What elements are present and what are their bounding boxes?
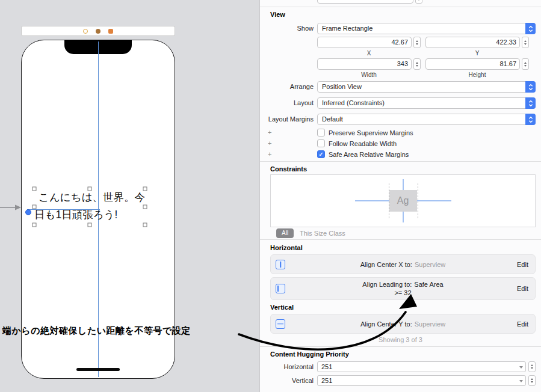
constraint-row[interactable]: Align Center Y to:Superview Edit [270,314,536,334]
show-popup-value: Frame Rectangle [322,25,373,32]
checkbox-label: Preserve Superview Margins [329,129,413,137]
width-stepper[interactable] [413,58,421,70]
vertical-section-title: Vertical [270,304,294,311]
x-field[interactable]: 42.67 [317,37,412,48]
arrange-popup-value: Position View [322,83,362,90]
checkbox-row: + Preserve Superview Margins [260,129,541,137]
separator [260,7,541,7]
selection-handle[interactable] [143,187,147,191]
hugging-horizontal-stepper[interactable] [528,361,536,372]
interface-builder-canvas[interactable]: こんにちは、世界。今 日も1日頑張ろう! 端からの絶対確保したい距離を不等号で設… [0,0,259,392]
add-variation-button[interactable]: + [268,139,271,147]
cropped-field[interactable] [317,0,413,4]
exit-icon[interactable] [108,29,113,34]
y-stepper[interactable] [522,37,529,48]
popup-chevrons-icon [525,97,536,109]
height-field[interactable]: 81.67 [425,58,520,70]
combo-chevron-icon [519,380,523,382]
selection-handle[interactable] [32,187,37,191]
combo-chevron-icon [519,366,523,369]
stepper-down-icon [416,65,418,67]
device-toolbar[interactable] [21,26,175,36]
selection-handle[interactable] [88,187,92,191]
layout-label: Layout [260,97,314,109]
edit-button[interactable]: Edit [517,261,528,268]
layout-popup[interactable]: Inferred (Constraints) [317,97,536,109]
stepper-up-icon [416,62,418,64]
selection-handle[interactable] [32,205,37,209]
stepper-up-icon [531,378,533,380]
safe-area-relative-margins-checkbox[interactable]: ✓ [317,150,325,158]
stepper-down-icon [418,0,420,1]
hugging-vertical-field[interactable]: 251 [317,375,526,386]
size-class-bar: All This Size Class [260,227,541,240]
layout-margins-popup[interactable]: Default [317,114,536,125]
constraint-relation: >= 32 [394,289,411,296]
hugging-horizontal-row: Horizontal 251 [260,361,541,372]
constraint-text: Align Leading to:Safe Area [362,281,443,288]
stepper-down-icon [531,381,533,383]
selection-handle[interactable] [32,223,37,227]
constraint-text: Align Center Y to:Superview [360,320,445,328]
constraint-row[interactable]: Align Center X to:Superview Edit [270,254,536,274]
stepper-down-icon [524,43,527,45]
checkbox-row: + ✓ Safe Area Relative Margins [260,150,541,159]
popup-chevrons-icon [525,23,536,34]
align-leading-icon [276,284,285,293]
constraint-text: Align Center X to:Superview [360,261,446,268]
show-popup[interactable]: Frame Rectangle [317,23,536,34]
horizontal-section-title: Horizontal [270,244,303,251]
selected-label[interactable]: こんにちは、世界。今 日も1日頑張ろう! [34,189,145,225]
popup-chevrons-icon [525,81,536,93]
label-text: こんにちは、世界。今 日も1日頑張ろう! [34,189,145,224]
hugging-vertical-stepper[interactable] [528,375,536,386]
layout-popup-value: Inferred (Constraints) [322,99,385,106]
stepper[interactable] [415,0,422,4]
stepper-down-icon [531,367,533,369]
stepper-up-icon [416,40,418,42]
selection-handle[interactable] [88,223,92,227]
follow-readable-width-checkbox[interactable] [317,139,325,147]
width-field[interactable]: 343 [317,58,412,70]
constraint-row[interactable]: Align Leading to:Safe Area >= 32 Edit [270,277,536,300]
edit-button[interactable]: Edit [517,285,528,292]
edit-button[interactable]: Edit [517,320,528,328]
stepper-down-icon [416,43,418,45]
stepper-up-icon [524,40,527,42]
constraints-preview[interactable]: Ag [270,174,536,227]
x-axis-label: X [317,50,421,57]
home-indicator [76,368,120,371]
x-stepper[interactable] [413,37,421,48]
all-size-class-tab[interactable]: All [276,228,294,238]
y-field[interactable]: 422.33 [425,37,520,48]
first-responder-icon[interactable] [96,29,100,34]
size-inspector: View Show Frame Rectangle 42.67 422.33 X… [259,0,541,392]
layout-margins-popup-value: Default [322,115,343,123]
annotation-text: 端からの絶対確保したい距離を不等号で設定 [2,325,191,337]
add-variation-button[interactable]: + [268,150,271,158]
arrange-label: Arrange [260,81,314,93]
preview-view-proxy[interactable]: Ag [389,190,417,212]
hugging-vertical-row: Vertical 251 [260,375,541,386]
width-axis-label: Width [317,72,421,78]
preserve-superview-margins-checkbox[interactable] [317,129,325,136]
view-controller-icon[interactable] [83,29,88,34]
separator [260,161,541,162]
hugging-horizontal-field[interactable]: 251 [317,361,526,372]
height-stepper[interactable] [522,58,529,70]
leading-constraint-anchor[interactable] [25,209,31,215]
align-center-y-icon [276,319,285,329]
selection-handle[interactable] [143,223,147,227]
xcode-interface-builder: こんにちは、世界。今 日も1日頑張ろう! 端からの絶対確保したい距離を不等号で設… [0,0,541,392]
constraints-section-title: Constraints [270,165,307,173]
stepper-up-icon [524,62,527,64]
y-axis-label: Y [425,50,529,57]
arrange-popup[interactable]: Position View [317,81,536,93]
view-section-title: View [270,11,285,18]
selection-handle[interactable] [143,205,147,209]
add-variation-button[interactable]: + [268,129,271,136]
content-hugging-section-title: Content Hugging Priority [270,351,349,358]
this-size-class-tab[interactable]: This Size Class [300,230,345,237]
show-label: Show [260,23,314,34]
hugging-vertical-label: Vertical [260,375,314,386]
